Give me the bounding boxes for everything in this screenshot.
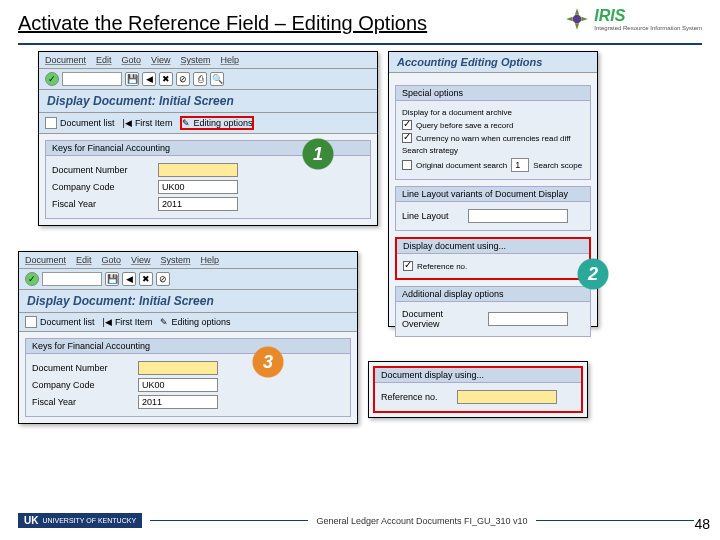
editing-options-title: Accounting Editing Options [389, 52, 597, 73]
grid-icon [25, 316, 37, 328]
find-icon[interactable]: 🔍 [210, 72, 224, 86]
command-field[interactable] [62, 72, 122, 86]
iris-sub: Integrated Resource Information System [594, 25, 702, 31]
enter-icon[interactable]: ✓ [45, 72, 59, 86]
row-archive: Display for a document archive [402, 108, 584, 117]
reference-no-label: Reference no. [381, 392, 451, 402]
tab-document-list[interactable]: Document list [45, 117, 115, 129]
badge-2: 2 [578, 259, 608, 289]
reference-no-input[interactable] [457, 390, 557, 404]
special-options-label: Special options [396, 86, 590, 101]
special-options-group: Special options Display for a document a… [395, 85, 591, 180]
sap-window-reference: Document display using... Reference no. [368, 361, 588, 418]
menu-document[interactable]: Document [45, 55, 86, 65]
badge-3: 3 [253, 347, 283, 377]
fy-input[interactable]: 2011 [138, 395, 218, 409]
exit-icon[interactable]: ✖ [139, 272, 153, 286]
tab-editing-options[interactable]: ✎Editing options [160, 317, 230, 327]
menu-goto[interactable]: Goto [102, 255, 122, 265]
footer-doc-id: General Ledger Account Documents FI_GU_3… [316, 516, 527, 526]
cocode-input[interactable]: UK00 [138, 378, 218, 392]
reference-group-label: Document display using... [375, 368, 581, 383]
fin-keys-group-2: Keys for Financial Accounting Document N… [25, 338, 351, 417]
additional-display-group: Additional display options Document Over… [395, 286, 591, 337]
back-icon[interactable]: ◀ [122, 272, 136, 286]
menu-goto[interactable]: Goto [122, 55, 142, 65]
line-layout-field-label: Line Layout [402, 211, 462, 221]
tabbar-2[interactable]: Document list |◀First Item ✎Editing opti… [19, 313, 357, 332]
chk-query-save[interactable] [402, 120, 412, 130]
line-layout-input[interactable] [468, 209, 568, 223]
menu-edit[interactable]: Edit [96, 55, 112, 65]
save-icon[interactable]: 💾 [125, 72, 139, 86]
cocode-label: Company Code [32, 380, 132, 390]
docnum-label: Document Number [32, 363, 132, 373]
chk-reference-no[interactable] [403, 261, 413, 271]
page-number: 48 [694, 516, 710, 532]
tab-first-item[interactable]: |◀First Item [103, 317, 153, 327]
menu-edit[interactable]: Edit [76, 255, 92, 265]
search-strategy-label: Search strategy [402, 146, 584, 155]
grid-icon [45, 117, 57, 129]
fy-label: Fiscal Year [52, 199, 152, 209]
menubar-2[interactable]: Document Edit Goto View System Help [19, 252, 357, 269]
search-value[interactable]: 1 [511, 158, 529, 172]
content-area: Document Edit Goto View System Help ✓ 💾 … [18, 51, 702, 471]
uk-logo: UKUNIVERSITY OF KENTUCKY [18, 513, 142, 528]
toolbar[interactable]: ✓ 💾 ◀ ✖ ⊘ ⎙ 🔍 [39, 69, 377, 90]
cancel-icon[interactable]: ⊘ [176, 72, 190, 86]
tab-editing-options[interactable]: ✎Editing options [180, 116, 254, 130]
fy-input[interactable]: 2011 [158, 197, 238, 211]
screen-title: Display Document: Initial Screen [39, 90, 377, 113]
footer: UKUNIVERSITY OF KENTUCKY General Ledger … [18, 513, 702, 528]
tab-document-list[interactable]: Document list [25, 316, 95, 328]
top-rule [18, 43, 702, 45]
tabbar[interactable]: Document list |◀First Item ✎Editing opti… [39, 113, 377, 134]
group-label-2: Keys for Financial Accounting [26, 339, 350, 354]
menu-help[interactable]: Help [200, 255, 219, 265]
enter-icon[interactable]: ✓ [25, 272, 39, 286]
save-icon[interactable]: 💾 [105, 272, 119, 286]
display-using-group: Display document using... Reference no. [395, 237, 591, 280]
print-icon[interactable]: ⎙ [193, 72, 207, 86]
docnum-input[interactable] [158, 163, 238, 177]
fy-label: Fiscal Year [32, 397, 132, 407]
cocode-label: Company Code [52, 182, 152, 192]
line-layout-group: Line Layout variants of Document Display… [395, 186, 591, 231]
menu-view[interactable]: View [151, 55, 170, 65]
cancel-icon[interactable]: ⊘ [156, 272, 170, 286]
badge-1: 1 [303, 139, 333, 169]
menu-document[interactable]: Document [25, 255, 66, 265]
iris-brand: IRIS [594, 7, 702, 25]
menu-view[interactable]: View [131, 255, 150, 265]
reference-group: Document display using... Reference no. [373, 366, 583, 413]
menubar[interactable]: Document Edit Goto View System Help [39, 52, 377, 69]
doc-overview-input[interactable] [488, 312, 568, 326]
sap-window-2: Document Edit Goto View System Help ✓ 💾 … [18, 251, 358, 424]
additional-display-label: Additional display options [396, 287, 590, 302]
menu-help[interactable]: Help [220, 55, 239, 65]
docnum-input[interactable] [138, 361, 218, 375]
screen-title-2: Display Document: Initial Screen [19, 290, 357, 313]
cocode-input[interactable]: UK00 [158, 180, 238, 194]
svg-point-0 [573, 15, 582, 24]
menu-system[interactable]: System [160, 255, 190, 265]
menu-system[interactable]: System [180, 55, 210, 65]
exit-icon[interactable]: ✖ [159, 72, 173, 86]
display-using-label: Display document using... [397, 239, 589, 254]
command-field[interactable] [42, 272, 102, 286]
chk-currency-warn[interactable] [402, 133, 412, 143]
doc-overview-label: Document Overview [402, 309, 482, 329]
toolbar-2[interactable]: ✓ 💾 ◀ ✖ ⊘ [19, 269, 357, 290]
docnum-label: Document Number [52, 165, 152, 175]
back-icon[interactable]: ◀ [142, 72, 156, 86]
iris-logo: IRIS Integrated Resource Information Sys… [564, 6, 702, 32]
line-layout-label: Line Layout variants of Document Display [396, 187, 590, 202]
tab-first-item[interactable]: |◀First Item [123, 118, 173, 128]
sap-window-editing-options: Accounting Editing Options Special optio… [388, 51, 598, 327]
chk-orig-search[interactable] [402, 160, 412, 170]
